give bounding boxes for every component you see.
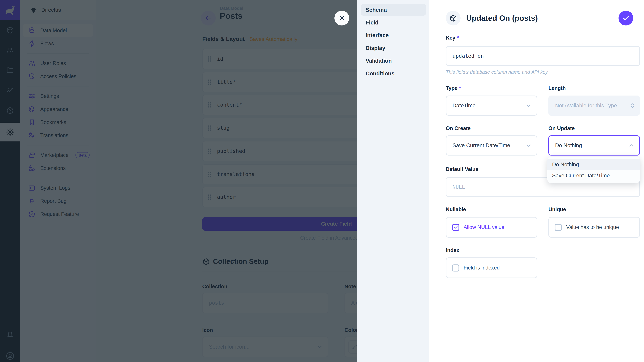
unique-label: Unique [548, 206, 566, 213]
save-button[interactable] [618, 11, 633, 25]
tab-interface[interactable]: Interface [361, 29, 426, 41]
stepper-unfold-icon [629, 102, 636, 109]
chevron-up-icon [628, 142, 634, 149]
index-label: Index [446, 247, 459, 253]
required-star: * [457, 35, 459, 40]
check-icon [622, 14, 630, 22]
type-value: DateTime [452, 103, 476, 109]
tab-field[interactable]: Field [361, 17, 426, 28]
on-update-select[interactable]: Do Nothing [548, 135, 640, 156]
nullable-checkbox-label: Allow NULL value [464, 224, 504, 230]
length-label: Length [548, 85, 566, 91]
default-value-placeholder: NULL [452, 184, 465, 190]
key-input[interactable]: updated_on [446, 46, 640, 66]
option-do-nothing[interactable]: Do Nothing [548, 159, 640, 170]
on-update-value: Do Nothing [555, 142, 582, 148]
type-label: Type [446, 85, 458, 91]
checkbox-unchecked-icon[interactable] [555, 224, 562, 231]
drawer-header-icon-button[interactable] [446, 11, 460, 25]
index-checkbox-field[interactable]: Field is indexed [446, 257, 537, 278]
type-select[interactable]: DateTime [446, 95, 537, 116]
key-value: updated_on [452, 53, 484, 59]
unique-checkbox-label: Value has to be unique [566, 224, 619, 230]
modal-overlay[interactable] [0, 0, 357, 362]
on-create-label: On Create [446, 125, 470, 131]
key-helper-text: This field's database column name and AP… [446, 69, 548, 75]
checkbox-unchecked-icon[interactable] [452, 264, 459, 271]
option-save-current-datetime[interactable]: Save Current Date/Time [548, 170, 640, 181]
on-create-select[interactable]: Save Current Date/Time [446, 135, 537, 156]
chevron-down-icon [525, 142, 532, 149]
field-drawer: Updated On (posts) Key * updated_on This… [429, 0, 644, 362]
nullable-checkbox-field[interactable]: Allow NULL value [446, 217, 537, 238]
drawer-nav: Schema Field Interface Display Validatio… [357, 0, 429, 362]
on-update-label: On Update [548, 125, 575, 131]
nullable-label: Nullable [446, 206, 466, 213]
length-placeholder: Not Available for this Type [555, 103, 617, 109]
drawer-close-button[interactable] [334, 11, 349, 25]
tab-validation[interactable]: Validation [361, 55, 426, 67]
on-create-value: Save Current Date/Time [452, 142, 510, 148]
length-input: Not Available for this Type [548, 95, 640, 116]
checkbox-checked-icon[interactable] [452, 224, 459, 231]
tab-conditions[interactable]: Conditions [361, 68, 426, 79]
tab-display[interactable]: Display [361, 42, 426, 54]
key-label: Key [446, 35, 455, 40]
unique-checkbox-field[interactable]: Value has to be unique [548, 217, 640, 238]
required-star: * [459, 85, 461, 91]
default-value-label: Default Value [446, 166, 478, 172]
close-icon [338, 14, 346, 22]
tab-schema[interactable]: Schema [361, 4, 426, 16]
drawer-title: Updated On (posts) [466, 14, 538, 23]
index-checkbox-label: Field is indexed [464, 265, 500, 271]
chevron-down-icon [525, 102, 532, 109]
box-icon [449, 14, 457, 22]
on-update-dropdown-menu: Do Nothing Save Current Date/Time [548, 157, 640, 183]
